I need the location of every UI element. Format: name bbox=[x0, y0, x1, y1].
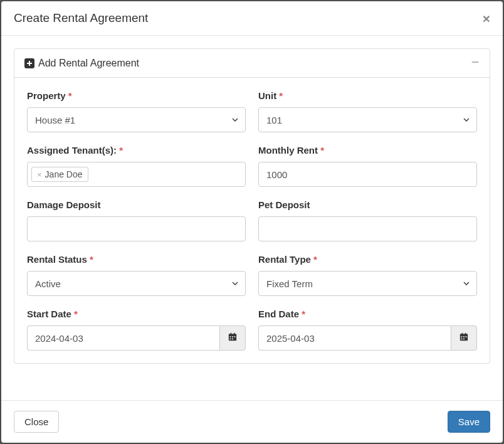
monthly-rent-label: Monthly Rent * bbox=[258, 145, 477, 156]
unit-select[interactable]: 101 bbox=[258, 107, 477, 132]
svg-rect-18 bbox=[465, 333, 466, 335]
property-label: Property * bbox=[27, 90, 246, 101]
collapse-icon[interactable] bbox=[471, 56, 480, 70]
svg-rect-6 bbox=[230, 339, 231, 340]
tag-remove-icon[interactable]: × bbox=[37, 171, 42, 179]
save-button[interactable]: Save bbox=[448, 411, 490, 433]
calendar-icon bbox=[228, 332, 237, 344]
end-date-label: End Date * bbox=[258, 309, 477, 319]
rental-status-select[interactable]: Active bbox=[27, 271, 246, 296]
svg-rect-15 bbox=[461, 339, 463, 340]
pet-deposit-input[interactable] bbox=[258, 216, 477, 241]
start-date-picker-button[interactable] bbox=[219, 325, 246, 351]
svg-rect-9 bbox=[234, 333, 235, 335]
modal-footer: Close Save bbox=[1, 400, 503, 443]
svg-rect-16 bbox=[463, 339, 465, 340]
monthly-rent-input[interactable] bbox=[258, 162, 477, 187]
svg-rect-2 bbox=[229, 334, 236, 336]
tenant-tag: × Jane Doe bbox=[31, 167, 88, 182]
modal-body: Add Rental Agreement Property * House #1 bbox=[1, 36, 503, 400]
close-button[interactable]: Close bbox=[14, 411, 59, 433]
tenants-label: Assigned Tenant(s): * bbox=[27, 145, 246, 156]
end-date-input[interactable] bbox=[258, 325, 451, 351]
svg-rect-14 bbox=[466, 336, 467, 337]
svg-rect-3 bbox=[230, 336, 231, 337]
modal-dialog: Create Rental Agreement × Add Rental Agr… bbox=[1, 1, 503, 443]
modal-title: Create Rental Agreement bbox=[14, 11, 148, 25]
panel-header: Add Rental Agreement bbox=[14, 49, 490, 78]
close-icon[interactable]: × bbox=[483, 12, 490, 25]
panel-header-title: Add Rental Agreement bbox=[24, 58, 139, 69]
svg-rect-4 bbox=[232, 336, 233, 337]
svg-rect-7 bbox=[232, 339, 233, 340]
svg-rect-8 bbox=[231, 333, 232, 335]
start-date-input[interactable] bbox=[27, 325, 219, 351]
panel-title-text: Add Rental Agreement bbox=[38, 58, 139, 69]
panel-body: Property * House #1 Unit * 101 bbox=[14, 78, 490, 363]
panel: Add Rental Agreement Property * House #1 bbox=[14, 48, 490, 364]
modal-header: Create Rental Agreement × bbox=[1, 1, 503, 36]
start-date-label: Start Date * bbox=[27, 309, 246, 319]
svg-rect-13 bbox=[463, 336, 465, 337]
plus-square-icon bbox=[24, 58, 34, 68]
unit-label: Unit * bbox=[258, 90, 477, 101]
damage-deposit-label: Damage Deposit bbox=[27, 199, 246, 210]
property-select[interactable]: House #1 bbox=[27, 107, 246, 132]
svg-rect-5 bbox=[234, 336, 236, 337]
end-date-picker-button[interactable] bbox=[451, 325, 477, 351]
tenants-input[interactable]: × Jane Doe bbox=[27, 162, 246, 187]
damage-deposit-input[interactable] bbox=[27, 216, 246, 241]
rental-status-label: Rental Status * bbox=[27, 254, 246, 265]
svg-rect-12 bbox=[461, 336, 463, 337]
pet-deposit-label: Pet Deposit bbox=[258, 199, 477, 210]
tenant-tag-label: Jane Doe bbox=[45, 169, 83, 179]
rental-type-select[interactable]: Fixed Term bbox=[258, 271, 477, 296]
calendar-icon bbox=[459, 332, 468, 344]
svg-rect-11 bbox=[460, 334, 468, 336]
svg-rect-17 bbox=[462, 333, 463, 335]
rental-type-label: Rental Type * bbox=[258, 254, 477, 265]
